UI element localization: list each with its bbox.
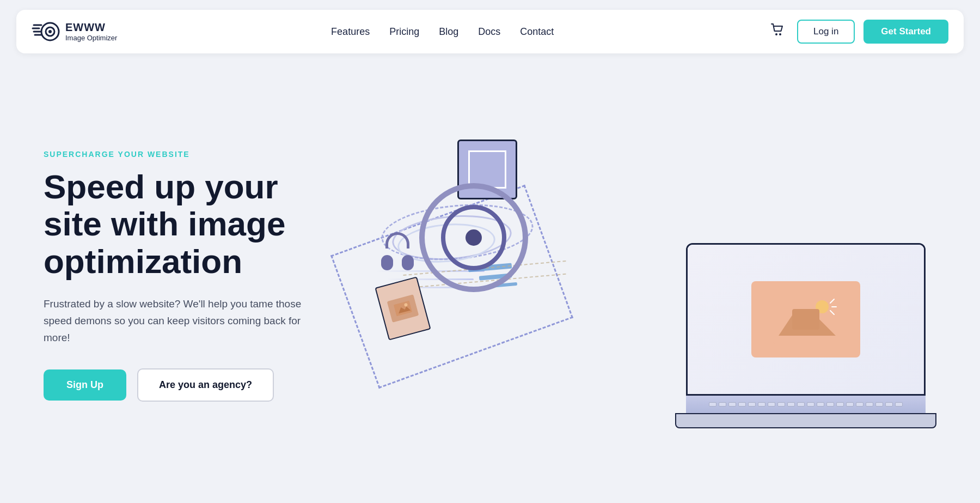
svg-point-7 <box>775 33 777 35</box>
agency-button[interactable]: Are you an agency? <box>137 368 274 402</box>
svg-rect-12 <box>773 295 838 344</box>
hp-cup-right <box>402 255 414 270</box>
inner-ring <box>441 205 506 270</box>
cart-button[interactable] <box>768 20 788 43</box>
nav-docs[interactable]: Docs <box>478 26 500 38</box>
hero-content: SUPERCHARGE YOUR WEBSITE Speed up your s… <box>44 150 327 402</box>
brand-name: EWWW <box>65 21 117 34</box>
signup-button[interactable]: Sign Up <box>44 369 126 401</box>
headphone-element <box>381 232 414 270</box>
nav-blog[interactable]: Blog <box>439 26 458 38</box>
get-started-button[interactable]: Get Started <box>863 20 948 44</box>
navbar: EWWW Image Optimizer Features Pricing Bl… <box>16 10 964 53</box>
hero-description: Frustrated by a slow website? We'll help… <box>44 295 305 347</box>
laptop-base <box>675 413 936 428</box>
nav-links: Features Pricing Blog Docs Contact <box>331 26 554 38</box>
hero-buttons: Sign Up Are you an agency? <box>44 368 327 402</box>
hero-illustration <box>348 107 947 445</box>
film-image <box>387 294 419 323</box>
brand-text: EWWW Image Optimizer <box>65 21 117 42</box>
svg-point-8 <box>779 33 781 35</box>
laptop <box>675 243 936 428</box>
hp-band <box>385 232 409 249</box>
laptop-image-placeholder <box>751 281 860 357</box>
cart-icon <box>771 23 785 37</box>
film-icon <box>394 300 413 316</box>
logo-icon <box>32 17 60 46</box>
laptop-screen <box>686 243 926 396</box>
nav-features[interactable]: Features <box>331 26 370 38</box>
svg-point-6 <box>48 30 52 33</box>
brand-sub: Image Optimizer <box>65 34 117 42</box>
hero-title: Speed up your site with image optimizati… <box>44 168 327 280</box>
hero-eyebrow: SUPERCHARGE YOUR WEBSITE <box>44 150 327 159</box>
laptop-screen-inner <box>688 245 924 394</box>
hero-section: SUPERCHARGE YOUR WEBSITE Speed up your s… <box>0 63 980 488</box>
nav-contact[interactable]: Contact <box>520 26 554 38</box>
inner-dot <box>465 229 482 246</box>
hp-cup-left <box>381 255 393 270</box>
main-ring <box>419 183 528 292</box>
logo[interactable]: EWWW Image Optimizer <box>32 17 117 46</box>
laptop-image-icon <box>773 295 838 344</box>
laptop-keyboard <box>686 396 926 413</box>
login-button[interactable]: Log in <box>797 20 855 44</box>
nav-actions: Log in Get Started <box>768 20 948 44</box>
nav-pricing[interactable]: Pricing <box>389 26 419 38</box>
svg-point-14 <box>816 300 829 313</box>
